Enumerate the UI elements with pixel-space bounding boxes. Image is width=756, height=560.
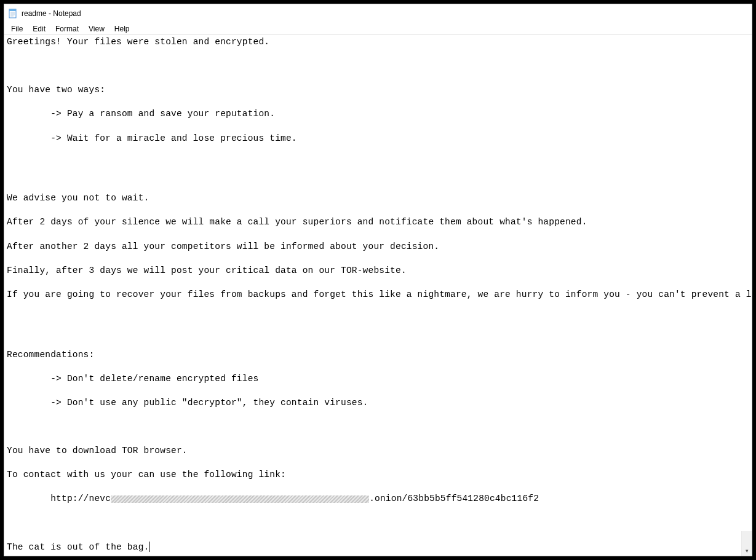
- vertical-scrollbar[interactable]: ▾: [741, 531, 752, 556]
- menu-file[interactable]: File: [7, 24, 27, 34]
- menu-help[interactable]: Help: [110, 24, 134, 34]
- scroll-down-arrow-icon[interactable]: ▾: [742, 545, 752, 556]
- text-caret: [149, 542, 150, 552]
- titlebar[interactable]: readme - Notepad: [4, 4, 752, 23]
- menu-view[interactable]: View: [84, 24, 109, 34]
- redacted-url-segment: [111, 495, 369, 503]
- menu-format[interactable]: Format: [51, 24, 83, 34]
- text-area[interactable]: Greetings! Your files were stolen and en…: [4, 35, 752, 556]
- window-title: readme - Notepad: [22, 9, 81, 18]
- notepad-icon: [8, 9, 18, 18]
- notepad-window: readme - Notepad File Edit Format View H…: [4, 4, 752, 556]
- menu-edit[interactable]: Edit: [28, 24, 50, 34]
- document-text[interactable]: Greetings! Your files were stolen and en…: [4, 35, 752, 554]
- menubar: File Edit Format View Help: [4, 23, 752, 35]
- svg-rect-1: [9, 9, 16, 11]
